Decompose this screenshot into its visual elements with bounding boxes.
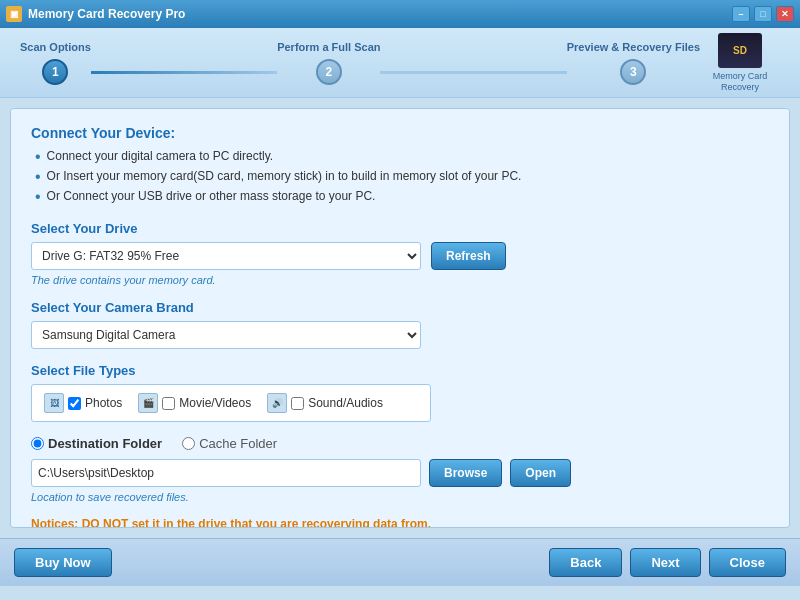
close-window-button[interactable]: ✕ [776,6,794,22]
filetype-photos: 🖼 Photos [44,393,122,413]
line-2-3 [380,71,566,74]
path-row: Browse Open [31,459,769,487]
browse-button[interactable]: Browse [429,459,502,487]
step2-label: Perform a Full Scan [277,41,380,53]
step1-label: Scan Options [20,41,91,53]
steps-container: Scan Options 1 Perform a Full Scan 2 Pre… [20,41,700,85]
audio-label[interactable]: Sound/Audios [308,396,383,410]
drive-select[interactable]: Drive G: FAT32 95% FreeDrive C:Drive D:D… [31,242,421,270]
filetype-audio: 🔊 Sound/Audios [267,393,383,413]
refresh-button[interactable]: Refresh [431,242,506,270]
filetypes-label: Select File Types [31,363,769,378]
buy-now-button[interactable]: Buy Now [14,548,112,577]
dest-cache-row: Destination Folder Cache Folder [31,436,769,451]
connect-bullets: • Connect your digital camera to PC dire… [31,149,769,205]
photos-checkbox[interactable] [68,397,81,410]
file-types-row: 🖼 Photos 🎬 Movie/Videos 🔊 Sound/Audios [31,384,431,422]
drive-label: Select Your Drive [31,221,769,236]
logo-area: Memory CardRecovery [700,33,780,93]
titlebar: ▣ Memory Card Recovery Pro – □ ✕ [0,0,800,28]
photos-label[interactable]: Photos [85,396,122,410]
videos-label[interactable]: Movie/Videos [179,396,251,410]
camera-select[interactable]: Samsung Digital CameraCanon Digital Came… [31,321,421,349]
bullet-2: • Or Insert your memory card(SD card, me… [35,169,769,185]
wizard-bar: Scan Options 1 Perform a Full Scan 2 Pre… [0,28,800,98]
connect-title: Connect Your Device: [31,125,769,141]
bullet-dot-1: • [35,149,41,165]
cache-radio[interactable] [182,437,195,450]
next-button[interactable]: Next [630,548,700,577]
destination-radio-label[interactable]: Destination Folder [31,436,162,451]
line-1-2 [91,71,277,74]
close-button[interactable]: Close [709,548,786,577]
open-button[interactable]: Open [510,459,571,487]
app-icon: ▣ [6,6,22,22]
step-2: Perform a Full Scan 2 [277,41,380,85]
minimize-button[interactable]: – [732,6,750,22]
bullet-dot-3: • [35,189,41,205]
audio-icon: 🔊 [267,393,287,413]
filetype-videos: 🎬 Movie/Videos [138,393,251,413]
videos-checkbox[interactable] [162,397,175,410]
window-controls: – □ ✕ [732,6,794,22]
step1-circle: 1 [42,59,68,85]
cache-radio-label[interactable]: Cache Folder [182,436,277,451]
photos-icon: 🖼 [44,393,64,413]
notice-text: Notices: DO NOT set it in the drive that… [31,517,769,528]
drive-row: Drive G: FAT32 95% FreeDrive C:Drive D:D… [31,242,769,270]
sd-card-icon [718,33,762,68]
drive-hint: The drive contains your memory card. [31,274,769,286]
bullet-1: • Connect your digital camera to PC dire… [35,149,769,165]
video-icon: 🎬 [138,393,158,413]
logo-text: Memory CardRecovery [713,71,768,93]
camera-label: Select Your Camera Brand [31,300,769,315]
path-input[interactable] [31,459,421,487]
step-3: Preview & Recovery Files 3 [567,41,700,85]
footer: Buy Now Back Next Close [0,538,800,586]
step-1: Scan Options 1 [20,41,91,85]
destination-radio[interactable] [31,437,44,450]
audio-checkbox[interactable] [291,397,304,410]
path-hint: Location to save recovered files. [31,491,769,503]
step3-circle: 3 [620,59,646,85]
main-content: Connect Your Device: • Connect your digi… [10,108,790,528]
maximize-button[interactable]: □ [754,6,772,22]
step2-circle: 2 [316,59,342,85]
bullet-3: • Or Connect your USB drive or other mas… [35,189,769,205]
window-title: Memory Card Recovery Pro [28,7,732,21]
bullet-dot-2: • [35,169,41,185]
footer-right: Back Next Close [549,548,786,577]
step3-label: Preview & Recovery Files [567,41,700,53]
back-button[interactable]: Back [549,548,622,577]
